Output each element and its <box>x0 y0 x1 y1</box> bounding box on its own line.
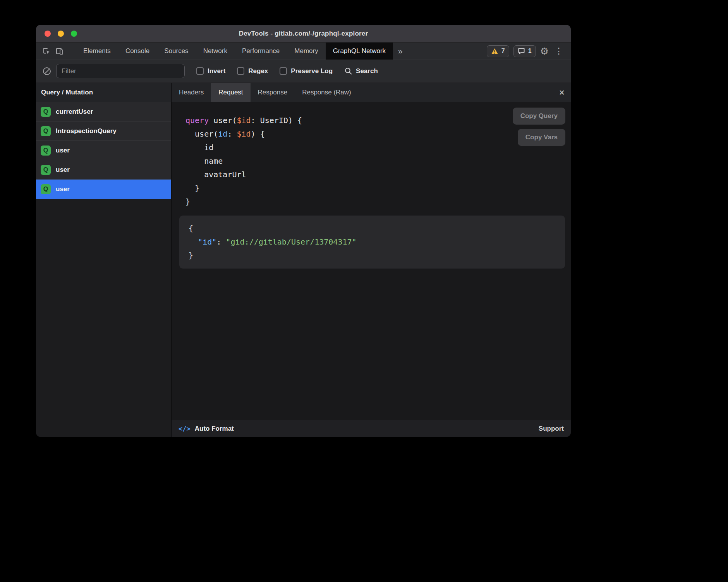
inspect-element-icon[interactable] <box>42 47 51 55</box>
issues-badge[interactable]: 1 <box>513 45 536 57</box>
query-name: currentUser <box>56 108 93 116</box>
query-list: QcurrentUserQIntrospectionQueryQuserQuse… <box>36 102 171 199</box>
query-list-item-user[interactable]: Quser <box>36 180 171 199</box>
checkbox-box[interactable] <box>280 67 287 75</box>
search-label: Search <box>356 67 378 75</box>
settings-gear-icon[interactable]: ⚙ <box>540 46 549 56</box>
titlebar: DevTools - gitlab.com/-/graphql-explorer <box>36 25 571 43</box>
tab-sources[interactable]: Sources <box>157 43 196 60</box>
code-line: } <box>185 181 565 195</box>
warning-icon <box>491 48 498 55</box>
auto-format-label: Auto Format <box>195 425 234 433</box>
more-tabs-icon[interactable]: » <box>393 43 408 60</box>
devtools-toolbar: ElementsConsoleSourcesNetworkPerformance… <box>36 43 571 60</box>
panel-tab-row: HeadersRequestResponseResponse (Raw) ✕ <box>172 83 571 102</box>
devtools-tab-list: ElementsConsoleSourcesNetworkPerformance… <box>76 43 393 60</box>
toolbar-right-controls: 7 1 ⚙ ⋮ <box>487 43 571 60</box>
query-type-badge: Q <box>41 126 51 136</box>
minimize-window-button[interactable] <box>58 31 64 37</box>
checkbox-box[interactable] <box>237 67 244 75</box>
query-list-item-user[interactable]: Quser <box>36 160 171 180</box>
filter-input[interactable] <box>56 64 185 78</box>
window-title: DevTools - gitlab.com/-/graphql-explorer <box>239 30 368 38</box>
code-line: id <box>185 141 565 154</box>
panel-tab-response[interactable]: Response <box>251 83 295 102</box>
panel-tab-headers[interactable]: Headers <box>172 83 211 102</box>
query-name: IntrospectionQuery <box>56 127 117 135</box>
request-variables-code: { "id": "gid://gitlab/User/13704317"} <box>189 222 556 262</box>
sidebar-header: Query / Mutation <box>36 83 171 102</box>
query-name: user <box>56 166 70 174</box>
code-line: query user($id: UserID) { <box>185 114 565 127</box>
devtools-window: DevTools - gitlab.com/-/graphql-explorer… <box>36 25 571 437</box>
panel-tab-list: HeadersRequestResponseResponse (Raw) <box>172 83 359 102</box>
query-list-item-user[interactable]: Quser <box>36 141 171 160</box>
copy-query-button[interactable]: Copy Query <box>513 108 565 125</box>
warning-count: 7 <box>501 48 505 55</box>
checkbox-preserve-log[interactable]: Preserve Log <box>280 67 333 75</box>
toolbar-divider <box>71 46 71 56</box>
message-icon <box>518 48 525 55</box>
query-type-badge: Q <box>41 107 51 117</box>
checkbox-box[interactable] <box>196 67 204 75</box>
code-line: user(id: $id) { <box>185 127 565 141</box>
tab-network[interactable]: Network <box>196 43 235 60</box>
clear-block-icon[interactable] <box>43 67 51 75</box>
support-link[interactable]: Support <box>539 425 564 433</box>
checkbox-label: Preserve Log <box>291 67 333 75</box>
checkbox-invert[interactable]: Invert <box>196 67 225 75</box>
tab-graphql-network[interactable]: GraphQL Network <box>326 43 393 60</box>
tab-elements[interactable]: Elements <box>76 43 118 60</box>
issues-count: 1 <box>528 48 532 55</box>
tab-performance[interactable]: Performance <box>235 43 287 60</box>
query-list-item-introspectionquery[interactable]: QIntrospectionQuery <box>36 122 171 141</box>
close-panel-icon[interactable]: ✕ <box>559 83 565 102</box>
zoom-window-button[interactable] <box>71 31 77 37</box>
query-name: user <box>56 185 70 193</box>
code-line: name <box>185 154 565 168</box>
panel-tab-request[interactable]: Request <box>211 83 250 102</box>
toolbar-left-icons <box>36 43 76 60</box>
checkbox-label: Regex <box>248 67 268 75</box>
search-icon <box>344 67 352 75</box>
code-line: "id": "gid://gitlab/User/13704317" <box>189 235 556 249</box>
request-variables-box: { "id": "gid://gitlab/User/13704317"} <box>179 216 565 269</box>
query-name: user <box>56 147 70 154</box>
copy-vars-button[interactable]: Copy Vars <box>518 129 565 146</box>
request-query-code: query user($id: UserID) { user(id: $id) … <box>185 114 565 209</box>
close-window-button[interactable] <box>45 31 51 37</box>
warnings-badge[interactable]: 7 <box>487 45 509 57</box>
filter-checkboxes: InvertRegexPreserve Log <box>196 67 333 75</box>
copy-buttons: Copy Query Copy Vars <box>513 108 565 146</box>
tab-console[interactable]: Console <box>118 43 157 60</box>
panel-tab-response-raw[interactable]: Response (Raw) <box>295 83 359 102</box>
content-area: Query / Mutation QcurrentUserQIntrospect… <box>36 83 571 437</box>
request-content: Copy Query Copy Vars query user($id: Use… <box>172 102 571 420</box>
query-type-badge: Q <box>41 146 51 156</box>
device-toolbar-icon[interactable] <box>55 47 64 55</box>
code-line: } <box>189 249 556 262</box>
checkbox-label: Invert <box>208 67 225 75</box>
query-type-badge: Q <box>41 184 51 194</box>
query-list-item-currentuser[interactable]: QcurrentUser <box>36 102 171 122</box>
query-type-badge: Q <box>41 165 51 175</box>
search-control[interactable]: Search <box>344 67 378 75</box>
sidebar: Query / Mutation QcurrentUserQIntrospect… <box>36 83 172 437</box>
auto-format-button[interactable]: </> Auto Format <box>179 425 234 433</box>
code-line: } <box>185 195 565 209</box>
checkbox-regex[interactable]: Regex <box>237 67 268 75</box>
request-panel: HeadersRequestResponseResponse (Raw) ✕ C… <box>172 83 571 437</box>
panel-footer: </> Auto Format Support <box>172 420 571 437</box>
more-options-icon[interactable]: ⋮ <box>553 47 565 55</box>
traffic-lights <box>45 25 77 42</box>
filter-bar: InvertRegexPreserve Log Search <box>36 60 571 82</box>
tab-memory[interactable]: Memory <box>287 43 325 60</box>
code-format-icon: </> <box>179 425 191 433</box>
code-line: { <box>189 222 556 235</box>
code-line: avatarUrl <box>185 168 565 181</box>
